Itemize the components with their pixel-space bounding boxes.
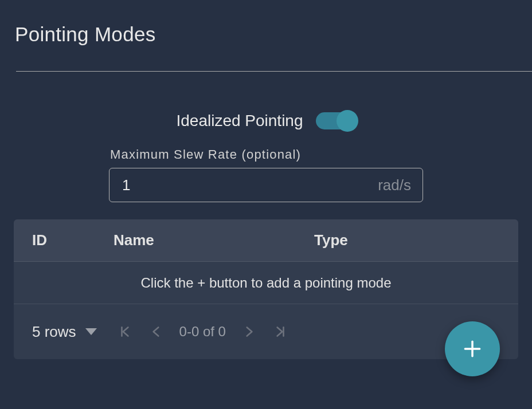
col-header-name: Name (114, 231, 314, 249)
table-empty-message: Click the + button to add a pointing mod… (14, 262, 518, 304)
plus-icon (461, 338, 483, 360)
divider (16, 71, 532, 72)
max-slew-rate-field: Maximum Slew Rate (optional) rad/s (109, 147, 423, 202)
page-first-icon (118, 324, 133, 339)
next-page-button[interactable] (236, 319, 261, 344)
prev-page-button[interactable] (144, 319, 169, 344)
toggle-thumb (337, 110, 358, 132)
table-footer: 5 rows 0-0 of 0 (14, 304, 518, 359)
max-slew-rate-input[interactable] (122, 176, 378, 194)
max-slew-rate-input-wrap: rad/s (109, 168, 423, 202)
table-header: ID Name Type (14, 219, 518, 262)
page-last-icon (272, 324, 287, 339)
pagination-range: 0-0 of 0 (179, 324, 226, 340)
chevron-left-icon (149, 324, 164, 339)
page-title: Pointing Modes (0, 0, 532, 46)
first-page-button[interactable] (113, 319, 138, 344)
caret-down-icon (85, 328, 97, 335)
pointing-modes-table: ID Name Type Click the + button to add a… (14, 219, 518, 359)
rows-per-page-select[interactable]: 5 rows (32, 323, 97, 341)
col-header-type: Type (314, 231, 500, 249)
idealized-pointing-row: Idealized Pointing (0, 112, 532, 130)
col-header-id: ID (32, 231, 114, 249)
idealized-pointing-toggle[interactable] (316, 112, 356, 129)
last-page-button[interactable] (267, 319, 292, 344)
idealized-pointing-label: Idealized Pointing (176, 112, 303, 130)
rows-per-page-label: 5 rows (32, 323, 76, 341)
max-slew-rate-label: Maximum Slew Rate (optional) (109, 147, 423, 162)
chevron-right-icon (241, 324, 256, 339)
max-slew-rate-unit: rad/s (378, 176, 411, 194)
add-pointing-mode-button[interactable] (445, 321, 500, 376)
